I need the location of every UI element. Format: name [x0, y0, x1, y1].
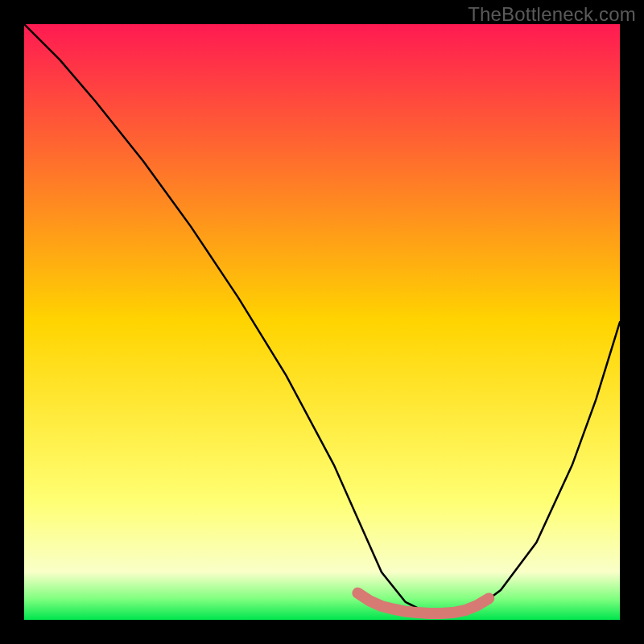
watermark-text: TheBottleneck.com — [468, 3, 636, 26]
chart-container: TheBottleneck.com — [0, 0, 644, 644]
plot-area — [24, 24, 620, 620]
chart-svg — [24, 24, 620, 620]
gradient-rect — [24, 24, 620, 620]
